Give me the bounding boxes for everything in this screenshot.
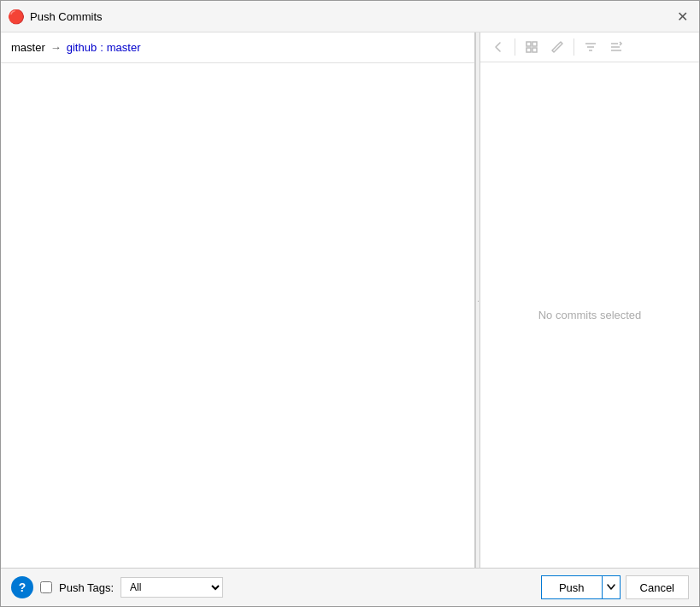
svg-rect-2 <box>526 48 531 52</box>
push-tags-checkbox[interactable] <box>40 581 52 593</box>
branch-separator: : <box>100 41 103 54</box>
cancel-button[interactable]: Cancel <box>626 575 689 599</box>
push-dropdown-button[interactable] <box>602 575 621 599</box>
svg-rect-3 <box>532 48 537 52</box>
title-bar-left: 🔴 Push Commits <box>8 8 103 25</box>
back-arrow-button[interactable] <box>487 36 509 58</box>
right-panel: No commits selected <box>480 32 699 568</box>
push-commits-dialog: 🔴 Push Commits ✕ master → github : maste… <box>0 0 700 607</box>
push-tags-label: Push Tags: <box>59 581 114 594</box>
commits-list <box>1 63 474 568</box>
app-icon: 🔴 <box>8 8 25 25</box>
no-commits-message: No commits selected <box>538 309 642 321</box>
svg-rect-0 <box>526 42 531 46</box>
help-button[interactable]: ? <box>11 576 33 598</box>
right-toolbar <box>480 32 699 62</box>
title-bar: 🔴 Push Commits ✕ <box>1 1 699 32</box>
filter-button[interactable] <box>579 36 602 58</box>
main-content: master → github : master ··· <box>1 32 699 568</box>
close-button[interactable]: ✕ <box>672 6 692 27</box>
sort-button[interactable] <box>605 36 627 58</box>
grid-button[interactable] <box>521 36 543 58</box>
action-buttons: Push Cancel <box>541 575 689 599</box>
push-button[interactable]: Push <box>541 575 602 599</box>
bottom-bar: ? Push Tags: All Annotated None Push Can… <box>1 568 699 606</box>
push-tags-select[interactable]: All Annotated None <box>121 577 223 598</box>
toolbar-separator-2 <box>574 38 574 56</box>
left-panel: master → github : master <box>1 32 475 568</box>
edit-button[interactable] <box>546 36 568 58</box>
branch-info: master → github : master <box>1 32 474 63</box>
branch-target: master <box>107 41 141 54</box>
right-content-empty: No commits selected <box>480 62 699 568</box>
svg-rect-1 <box>532 42 537 46</box>
arrow-icon: → <box>50 41 62 54</box>
branch-local: master <box>11 41 45 54</box>
push-button-group: Push <box>541 575 621 599</box>
dialog-title: Push Commits <box>30 10 103 23</box>
toolbar-separator-1 <box>515 38 515 56</box>
branch-remote-link[interactable]: github <box>67 41 97 54</box>
